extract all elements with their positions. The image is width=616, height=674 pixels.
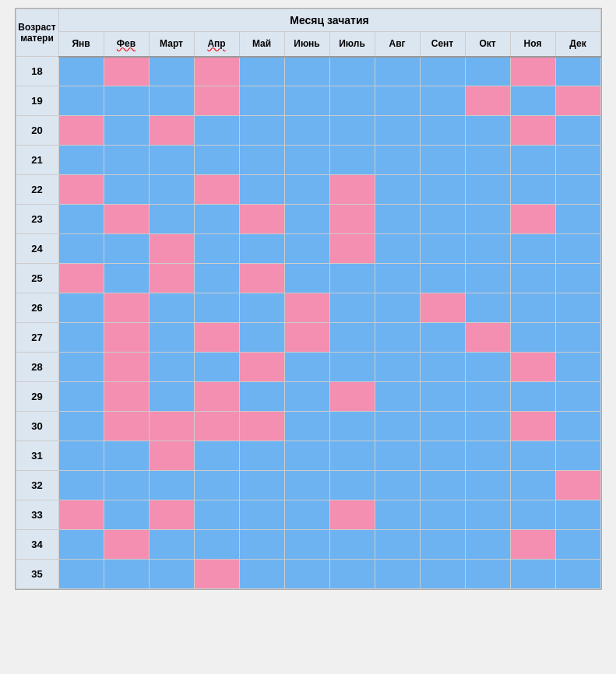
cell-21-Июнь [284, 146, 329, 175]
cell-21-Май [239, 146, 284, 175]
cell-28-Ноя [510, 353, 555, 382]
cell-35-Янв [58, 560, 104, 589]
cell-35-Авг [375, 560, 420, 589]
age-label-19: 19 [16, 86, 58, 116]
cell-24-Ноя [510, 234, 555, 264]
cell-23-Дек [555, 205, 600, 234]
cell-31-Авг [375, 441, 420, 471]
table-row: 25 [16, 264, 600, 293]
cell-18-Июнь [284, 57, 329, 86]
table-row: 33 [16, 500, 600, 530]
cell-18-Ноя [510, 57, 555, 86]
cell-30-Апр [194, 412, 239, 441]
cell-29-Апр [194, 382, 239, 412]
month-header-Май: Май [239, 32, 284, 57]
cell-26-Окт [465, 293, 510, 323]
cell-26-Апр [194, 293, 239, 323]
cell-18-Апр [194, 57, 239, 86]
cell-34-Авг [375, 530, 420, 560]
cell-31-Ноя [510, 441, 555, 471]
cell-26-Июнь [284, 293, 329, 323]
age-label-20: 20 [16, 116, 58, 146]
cell-31-Март [149, 441, 194, 471]
cell-29-Май [239, 382, 284, 412]
cell-19-Авг [375, 86, 420, 116]
cell-33-Дек [555, 500, 600, 530]
cell-24-Июль [329, 234, 375, 264]
cell-27-Сент [420, 323, 465, 353]
cell-34-Янв [58, 530, 104, 560]
cell-21-Июль [329, 146, 375, 175]
cell-35-Июль [329, 560, 375, 589]
conception-month-header: Месяц зачатия [58, 9, 600, 32]
cell-21-Авг [375, 146, 420, 175]
cell-20-Март [149, 116, 194, 146]
month-header-Дек: Дек [555, 32, 600, 57]
cell-35-Дек [555, 560, 600, 589]
cell-24-Июнь [284, 234, 329, 264]
cell-33-Июль [329, 500, 375, 530]
table-row: 35 [16, 560, 600, 589]
month-header-Окт: Окт [465, 32, 510, 57]
cell-25-Янв [58, 264, 104, 293]
cell-29-Фев [104, 382, 149, 412]
cell-20-Ноя [510, 116, 555, 146]
table-row: 32 [16, 471, 600, 500]
cell-23-Май [239, 205, 284, 234]
age-label-26: 26 [16, 293, 58, 323]
age-label-31: 31 [16, 441, 58, 471]
cell-32-Сент [420, 471, 465, 500]
cell-27-Дек [555, 323, 600, 353]
cell-27-Авг [375, 323, 420, 353]
age-label-25: 25 [16, 264, 58, 293]
cell-34-Июль [329, 530, 375, 560]
cell-18-Янв [58, 57, 104, 86]
cell-33-Март [149, 500, 194, 530]
cell-22-Май [239, 175, 284, 205]
cell-24-Авг [375, 234, 420, 264]
cell-28-Май [239, 353, 284, 382]
cell-30-Авг [375, 412, 420, 441]
cell-22-Янв [58, 175, 104, 205]
cell-23-Ноя [510, 205, 555, 234]
cell-19-Июль [329, 86, 375, 116]
cell-32-Авг [375, 471, 420, 500]
cell-19-Окт [465, 86, 510, 116]
age-label-34: 34 [16, 530, 58, 560]
cell-31-Фев [104, 441, 149, 471]
cell-25-Фев [104, 264, 149, 293]
month-header-Ноя: Ноя [510, 32, 555, 57]
cell-18-Июль [329, 57, 375, 86]
cell-22-Авг [375, 175, 420, 205]
cell-30-Ноя [510, 412, 555, 441]
cell-22-Апр [194, 175, 239, 205]
cell-19-Дек [555, 86, 600, 116]
table-row: 23 [16, 205, 600, 234]
table-row: 34 [16, 530, 600, 560]
cell-20-Дек [555, 116, 600, 146]
cell-19-Июнь [284, 86, 329, 116]
age-label-27: 27 [16, 323, 58, 353]
cell-25-Май [239, 264, 284, 293]
cell-32-Ноя [510, 471, 555, 500]
cell-23-Янв [58, 205, 104, 234]
cell-34-Фев [104, 530, 149, 560]
cell-20-Июнь [284, 116, 329, 146]
cell-32-Фев [104, 471, 149, 500]
cell-27-Апр [194, 323, 239, 353]
cell-22-Окт [465, 175, 510, 205]
cell-25-Ноя [510, 264, 555, 293]
cell-22-Март [149, 175, 194, 205]
month-header-Июнь: Июнь [284, 32, 329, 57]
cell-23-Апр [194, 205, 239, 234]
cell-25-Июнь [284, 264, 329, 293]
cell-34-Июнь [284, 530, 329, 560]
month-header-Авг: Авг [375, 32, 420, 57]
cell-28-Апр [194, 353, 239, 382]
cell-30-Июнь [284, 412, 329, 441]
table-row: 24 [16, 234, 600, 264]
cell-22-Сент [420, 175, 465, 205]
cell-27-Фев [104, 323, 149, 353]
cell-28-Фев [104, 353, 149, 382]
cell-33-Май [239, 500, 284, 530]
